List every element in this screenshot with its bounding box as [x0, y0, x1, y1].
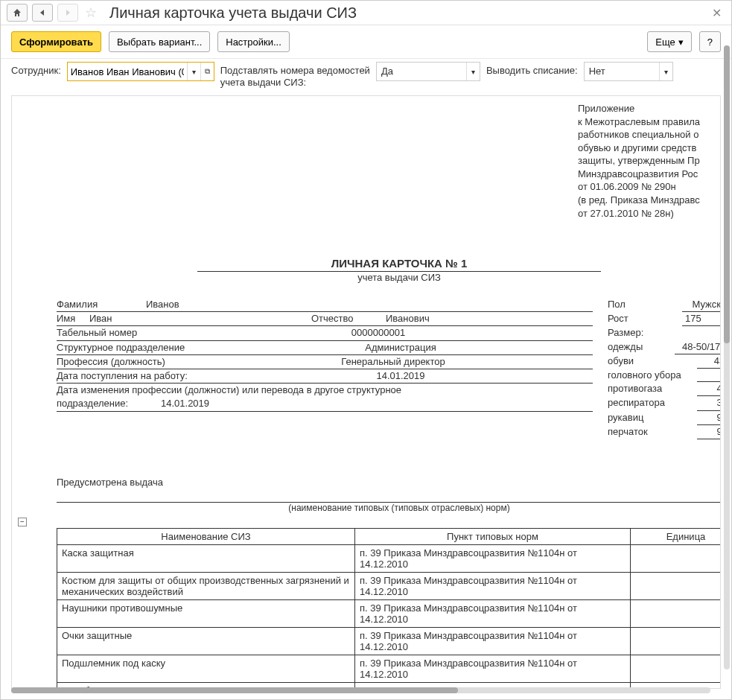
scroll-thumb[interactable] [724, 45, 730, 343]
scroll-thumb[interactable] [11, 687, 458, 693]
vertical-scrollbar[interactable] [724, 45, 730, 669]
form-button[interactable]: Сформировать [11, 31, 101, 52]
close-icon: ✕ [712, 6, 722, 20]
favorite-star-icon[interactable]: ☆ [83, 4, 99, 21]
variant-button[interactable]: Выбрать вариант... [109, 31, 210, 52]
subst-value: Да [377, 63, 466, 80]
forward-button[interactable] [57, 4, 78, 22]
subst-select[interactable]: Да ▾ [376, 62, 480, 81]
attachment-text: Приложение к Межотраслевым правила работ… [578, 102, 721, 220]
help-button[interactable]: ? [699, 31, 721, 52]
col-norm: Пункт типовых норм [355, 528, 631, 544]
back-button[interactable] [32, 4, 53, 22]
collapse-marker[interactable]: − [18, 518, 27, 526]
home-icon [12, 7, 22, 18]
toolbar: Сформировать Выбрать вариант... Настройк… [1, 25, 731, 59]
col-unit: Единица [631, 528, 722, 544]
employee-input[interactable] [68, 63, 187, 80]
report-content: − Приложение к Межотраслевым правила раб… [12, 102, 721, 689]
table-row: Костюм для защиты от общих производствен… [57, 572, 722, 599]
employee-info: ФамилияИванов ИмяИванОтчествоИванович Та… [57, 298, 593, 439]
employee-label: Сотрудник: [11, 62, 61, 76]
siz-table: Наименование СИЗ Пункт типовых норм Един… [57, 528, 721, 689]
window-title: Личная карточка учета выдачи СИЗ [109, 4, 703, 22]
report-area[interactable]: − Приложение к Межотраслевым правила раб… [11, 95, 721, 689]
info-block: ФамилияИванов ИмяИванОтчествоИванович Та… [57, 298, 721, 439]
issue-block: Предусмотрена выдача (наименование типов… [57, 477, 721, 513]
card-subtitle: учета выдачи СИЗ [57, 272, 721, 283]
issue-label: Предусмотрена выдача [57, 477, 163, 488]
chevron-down-icon: ▾ [678, 36, 684, 48]
issue-note: (наименование типовых (типовых отраслевы… [57, 503, 721, 513]
writeoff-label: Выводить списание: [486, 62, 578, 76]
table-row: Подшлемник под каскуп. 39 Приказа Минздр… [57, 655, 722, 682]
table-row: Наушники противошумныеп. 39 Приказа Минз… [57, 599, 722, 627]
arrow-right-icon [63, 8, 72, 17]
table-row: Каска защитнаяп. 39 Приказа Минздравсоцр… [57, 544, 722, 572]
chevron-down-icon: ▾ [467, 65, 480, 79]
subst-label: Подставлять номера ведомостей учета выда… [220, 62, 370, 88]
table-row: Очки защитныеп. 39 Приказа Минздравсоцра… [57, 627, 722, 655]
employee-open-button[interactable]: ⧉ [200, 63, 214, 80]
card-title: ЛИЧНАЯ КАРТОЧКА № 1 [197, 257, 602, 272]
chevron-down-icon: ▾ [660, 65, 672, 79]
employee-dropdown-button[interactable]: ▾ [187, 63, 200, 80]
open-icon: ⧉ [205, 67, 210, 76]
params-bar: Сотрудник: ▾ ⧉ Подставлять номера ведомо… [1, 59, 731, 95]
settings-button[interactable]: Настройки... [217, 31, 290, 52]
more-button[interactable]: Еще ▾ [647, 31, 691, 52]
employee-input-combo[interactable]: ▾ ⧉ [67, 62, 214, 81]
writeoff-select[interactable]: Нет ▾ [584, 62, 673, 81]
writeoff-dropdown-button[interactable]: ▾ [659, 63, 672, 80]
col-name: Наименование СИЗ [57, 528, 355, 544]
home-button[interactable] [7, 4, 28, 22]
card-header: ЛИЧНАЯ КАРТОЧКА № 1 учета выдачи СИЗ [57, 257, 721, 283]
titlebar: ☆ Личная карточка учета выдачи СИЗ ✕ [1, 1, 731, 25]
subst-dropdown-button[interactable]: ▾ [466, 63, 480, 80]
more-label: Еще [655, 36, 675, 48]
arrow-left-icon [38, 8, 47, 17]
close-button[interactable]: ✕ [707, 4, 725, 22]
writeoff-value: Нет [585, 63, 659, 80]
chevron-down-icon: ▾ [192, 68, 196, 76]
sizes-info: ПолМужской Рост175 Размер: одежды48-50/1… [608, 298, 721, 439]
horizontal-scrollbar[interactable] [11, 687, 710, 693]
